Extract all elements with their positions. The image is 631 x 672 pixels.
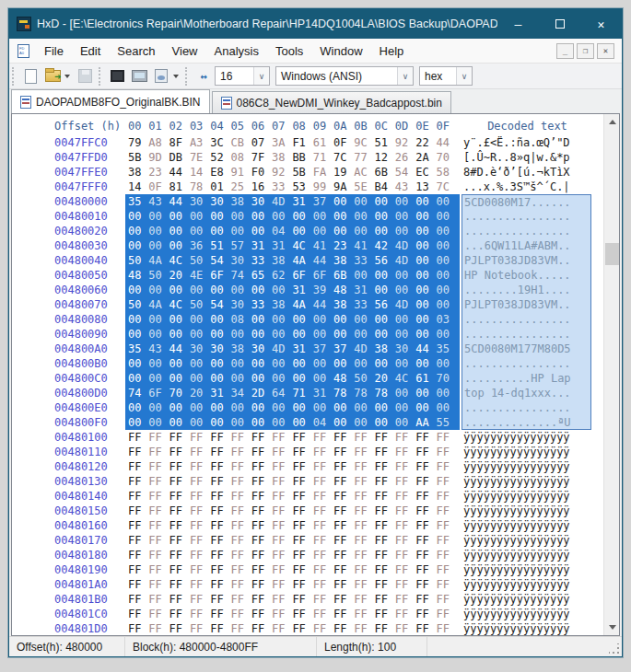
- byte-cell[interactable]: 44: [436, 135, 456, 150]
- byte-cell[interactable]: FF: [333, 474, 354, 489]
- byte-cell[interactable]: 26: [395, 150, 415, 165]
- byte-cell[interactable]: 00: [354, 415, 374, 430]
- byte-cell[interactable]: 9D: [148, 150, 169, 165]
- open-file-button[interactable]: [41, 65, 64, 87]
- byte-cell[interactable]: FF: [436, 445, 456, 459]
- byte-cell[interactable]: 00: [128, 312, 148, 327]
- byte-cell[interactable]: FF: [395, 621, 415, 636]
- byte-cell[interactable]: 00: [375, 268, 395, 283]
- byte-cell[interactable]: 34: [230, 386, 251, 400]
- byte-cell[interactable]: 71: [292, 386, 312, 400]
- byte-cell[interactable]: 2A: [415, 150, 436, 165]
- byte-cell[interactable]: FF: [148, 445, 169, 459]
- byte-cell[interactable]: FF: [354, 445, 374, 459]
- byte-cell[interactable]: 00: [354, 327, 374, 342]
- byte-cell[interactable]: 78: [375, 386, 395, 400]
- row-decoded-text[interactable]: HP Notebook.....: [462, 268, 591, 283]
- byte-cell[interactable]: 3A: [272, 135, 292, 150]
- row-decoded-text[interactable]: ÿÿÿÿÿÿÿÿÿÿÿÿÿÿÿÿ: [462, 533, 591, 548]
- byte-cell[interactable]: FF: [210, 518, 230, 533]
- row-decoded-text[interactable]: ................: [462, 224, 591, 238]
- byte-cell[interactable]: FF: [354, 459, 374, 474]
- byte-cell[interactable]: FF: [210, 474, 230, 489]
- byte-cell[interactable]: 7C: [333, 150, 354, 165]
- byte-cell[interactable]: FF: [375, 577, 395, 592]
- byte-cell[interactable]: 4E: [190, 268, 210, 283]
- byte-cell[interactable]: 00: [230, 283, 251, 297]
- byte-cell[interactable]: 53: [292, 180, 312, 194]
- byte-cell[interactable]: 70: [436, 150, 456, 165]
- byte-cell[interactable]: 30: [230, 253, 251, 268]
- byte-cell[interactable]: 00: [292, 327, 312, 342]
- byte-cell[interactable]: FF: [169, 621, 190, 636]
- byte-cell[interactable]: 00: [415, 238, 436, 253]
- byte-cell[interactable]: 54: [210, 253, 230, 268]
- byte-cell[interactable]: FF: [210, 459, 230, 474]
- row-decoded-text[interactable]: top 14-dq1xxx...: [462, 386, 591, 400]
- byte-cell[interactable]: FF: [313, 445, 333, 459]
- byte-cell[interactable]: 9A: [333, 180, 354, 194]
- byte-cell[interactable]: 00: [251, 209, 272, 224]
- byte-cell[interactable]: 00: [436, 400, 456, 415]
- byte-cell[interactable]: FF: [313, 621, 333, 636]
- vertical-scrollbar[interactable]: [603, 114, 619, 635]
- byte-cell[interactable]: 00: [415, 268, 436, 283]
- row-decoded-text[interactable]: ÿÿÿÿÿÿÿÿÿÿÿÿÿÿÿÿ: [462, 504, 591, 518]
- byte-cell[interactable]: FF: [169, 459, 190, 474]
- disk-image-dropdown-caret[interactable]: [173, 75, 179, 78]
- byte-cell[interactable]: FF: [272, 607, 292, 621]
- byte-cell[interactable]: FF: [395, 518, 415, 533]
- byte-cell[interactable]: FF: [375, 474, 395, 489]
- byte-cell[interactable]: 00: [169, 415, 190, 430]
- byte-cell[interactable]: FF: [169, 577, 190, 592]
- menu-item-view[interactable]: View: [164, 39, 206, 64]
- byte-cell[interactable]: 30: [190, 194, 210, 209]
- byte-cell[interactable]: FF: [436, 577, 456, 592]
- byte-cell[interactable]: 38: [230, 342, 251, 356]
- byte-cell[interactable]: 00: [313, 356, 333, 371]
- byte-cell[interactable]: 31: [313, 386, 333, 400]
- byte-cell[interactable]: 00: [375, 415, 395, 430]
- byte-cell[interactable]: 00: [436, 268, 456, 283]
- byte-cell[interactable]: 00: [375, 312, 395, 327]
- byte-cell[interactable]: 00: [230, 400, 251, 415]
- byte-cell[interactable]: FF: [272, 548, 292, 562]
- byte-cell[interactable]: 33: [354, 297, 374, 312]
- byte-cell[interactable]: 64: [272, 386, 292, 400]
- byte-cell[interactable]: FF: [251, 504, 272, 518]
- byte-cell[interactable]: FF: [333, 592, 354, 607]
- byte-cell[interactable]: 50: [148, 268, 169, 283]
- byte-cell[interactable]: 0F: [333, 135, 354, 150]
- byte-cell[interactable]: FF: [190, 592, 210, 607]
- byte-cell[interactable]: FF: [375, 592, 395, 607]
- byte-cell[interactable]: 43: [395, 180, 415, 194]
- byte-cell[interactable]: 54: [210, 297, 230, 312]
- row-decoded-text[interactable]: ÿÿÿÿÿÿÿÿÿÿÿÿÿÿÿÿ: [462, 562, 591, 577]
- byte-cell[interactable]: FF: [190, 621, 210, 636]
- row-decoded-text[interactable]: ÿÿÿÿÿÿÿÿÿÿÿÿÿÿÿÿ: [462, 607, 591, 621]
- byte-cell[interactable]: 31: [251, 238, 272, 253]
- byte-cell[interactable]: 3C: [210, 135, 230, 150]
- byte-cell[interactable]: 08: [230, 150, 251, 165]
- byte-cell[interactable]: AA: [415, 415, 436, 430]
- byte-cell[interactable]: CB: [230, 135, 251, 150]
- byte-cell[interactable]: FF: [251, 577, 272, 592]
- byte-cell[interactable]: FF: [230, 548, 251, 562]
- byte-cell[interactable]: 00: [210, 371, 230, 386]
- byte-cell[interactable]: 7F: [251, 150, 272, 165]
- byte-cell[interactable]: FF: [190, 533, 210, 548]
- byte-cell[interactable]: 44: [169, 194, 190, 209]
- byte-cell[interactable]: 00: [210, 400, 230, 415]
- byte-cell[interactable]: 00: [313, 400, 333, 415]
- byte-cell[interactable]: FF: [251, 592, 272, 607]
- byte-cell[interactable]: 00: [210, 209, 230, 224]
- byte-cell[interactable]: FF: [354, 430, 374, 445]
- byte-cell[interactable]: 00: [313, 209, 333, 224]
- row-decoded-text[interactable]: 5CD0080M177M80D5: [462, 342, 591, 356]
- minimize-button[interactable]: –: [497, 9, 539, 39]
- byte-cell[interactable]: 5E: [354, 180, 374, 194]
- byte-cell[interactable]: 37: [313, 342, 333, 356]
- byte-cell[interactable]: FF: [251, 533, 272, 548]
- byte-cell[interactable]: 91: [230, 165, 251, 180]
- byte-cell[interactable]: FF: [354, 621, 374, 636]
